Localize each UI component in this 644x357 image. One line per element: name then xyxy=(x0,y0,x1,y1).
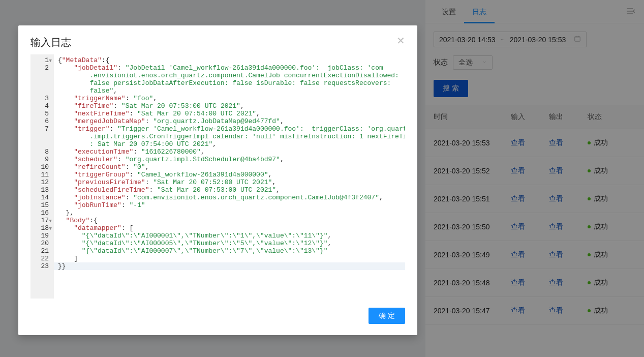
modal-title: 输入日志 xyxy=(30,36,71,49)
code-content: {"MetaData":{ "jobDetail": "JobDetail 'C… xyxy=(54,54,405,299)
close-icon[interactable]: ✕ xyxy=(396,36,405,46)
input-log-modal: 输入日志 ✕ 1▼234567891011121314151617▼18▼192… xyxy=(18,25,417,335)
code-editor[interactable]: 1▼234567891011121314151617▼18▼1920212223… xyxy=(18,54,405,299)
ok-button[interactable]: 确 定 xyxy=(369,308,405,324)
line-gutter: 1▼234567891011121314151617▼18▼1920212223 xyxy=(30,54,54,299)
